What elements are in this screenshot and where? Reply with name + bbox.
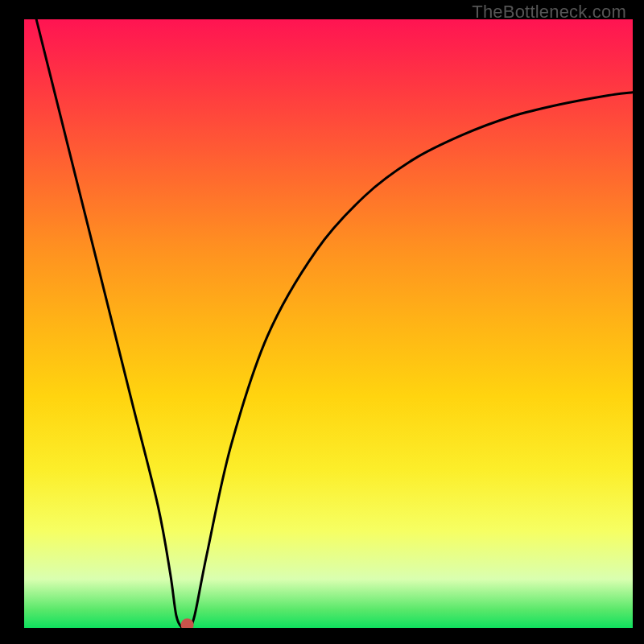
bottleneck-curve xyxy=(36,19,633,628)
minimum-marker xyxy=(181,618,194,628)
plot-area xyxy=(24,19,633,628)
watermark-text: TheBottleneck.com xyxy=(472,2,626,23)
chart-svg xyxy=(24,19,633,628)
chart-frame: TheBottleneck.com xyxy=(0,0,644,644)
